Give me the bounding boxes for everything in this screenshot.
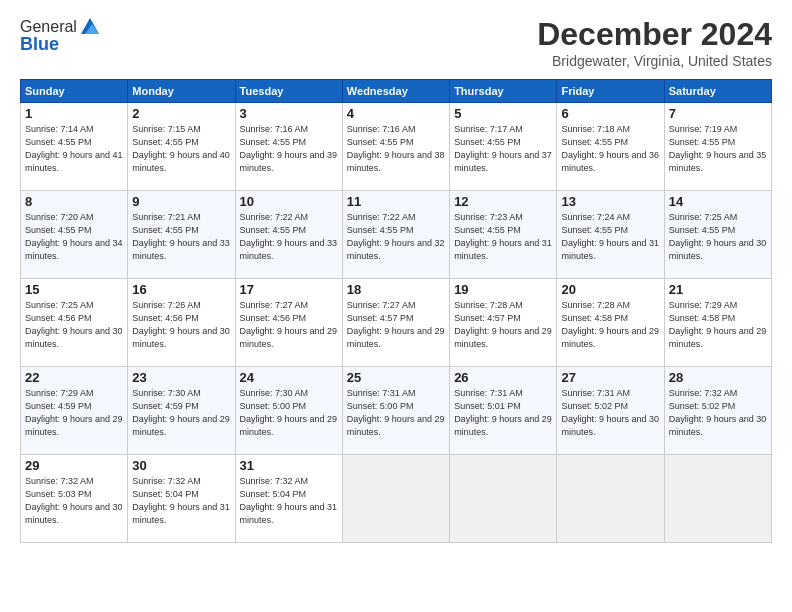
day-number: 2 [132,106,230,121]
table-row: 25Sunrise: 7:31 AM Sunset: 5:00 PM Dayli… [342,367,449,455]
col-saturday: Saturday [664,80,771,103]
day-number: 18 [347,282,445,297]
day-number: 27 [561,370,659,385]
day-number: 15 [25,282,123,297]
day-number: 28 [669,370,767,385]
calendar-page: General Blue December 2024 Bridgewater, … [0,0,792,612]
col-monday: Monday [128,80,235,103]
calendar-header-row: Sunday Monday Tuesday Wednesday Thursday… [21,80,772,103]
table-row: 7Sunrise: 7:19 AM Sunset: 4:55 PM Daylig… [664,103,771,191]
day-number: 29 [25,458,123,473]
table-row: 6Sunrise: 7:18 AM Sunset: 4:55 PM Daylig… [557,103,664,191]
day-number: 11 [347,194,445,209]
day-number: 6 [561,106,659,121]
table-row: 24Sunrise: 7:30 AM Sunset: 5:00 PM Dayli… [235,367,342,455]
day-info: Sunrise: 7:30 AM Sunset: 5:00 PM Dayligh… [240,387,338,439]
day-number: 10 [240,194,338,209]
day-info: Sunrise: 7:25 AM Sunset: 4:55 PM Dayligh… [669,211,767,263]
day-info: Sunrise: 7:16 AM Sunset: 4:55 PM Dayligh… [240,123,338,175]
day-info: Sunrise: 7:32 AM Sunset: 5:04 PM Dayligh… [132,475,230,527]
day-info: Sunrise: 7:26 AM Sunset: 4:56 PM Dayligh… [132,299,230,351]
day-info: Sunrise: 7:29 AM Sunset: 4:59 PM Dayligh… [25,387,123,439]
day-info: Sunrise: 7:27 AM Sunset: 4:56 PM Dayligh… [240,299,338,351]
table-row: 15Sunrise: 7:25 AM Sunset: 4:56 PM Dayli… [21,279,128,367]
day-number: 13 [561,194,659,209]
day-info: Sunrise: 7:28 AM Sunset: 4:57 PM Dayligh… [454,299,552,351]
day-info: Sunrise: 7:31 AM Sunset: 5:00 PM Dayligh… [347,387,445,439]
table-row: 30Sunrise: 7:32 AM Sunset: 5:04 PM Dayli… [128,455,235,543]
day-number: 22 [25,370,123,385]
table-row: 20Sunrise: 7:28 AM Sunset: 4:58 PM Dayli… [557,279,664,367]
day-info: Sunrise: 7:19 AM Sunset: 4:55 PM Dayligh… [669,123,767,175]
calendar-table: Sunday Monday Tuesday Wednesday Thursday… [20,79,772,543]
col-sunday: Sunday [21,80,128,103]
day-info: Sunrise: 7:22 AM Sunset: 4:55 PM Dayligh… [347,211,445,263]
day-info: Sunrise: 7:21 AM Sunset: 4:55 PM Dayligh… [132,211,230,263]
day-info: Sunrise: 7:17 AM Sunset: 4:55 PM Dayligh… [454,123,552,175]
table-row [664,455,771,543]
table-row: 11Sunrise: 7:22 AM Sunset: 4:55 PM Dayli… [342,191,449,279]
table-row: 19Sunrise: 7:28 AM Sunset: 4:57 PM Dayli… [450,279,557,367]
day-info: Sunrise: 7:31 AM Sunset: 5:02 PM Dayligh… [561,387,659,439]
day-info: Sunrise: 7:16 AM Sunset: 4:55 PM Dayligh… [347,123,445,175]
calendar-row: 22Sunrise: 7:29 AM Sunset: 4:59 PM Dayli… [21,367,772,455]
day-info: Sunrise: 7:18 AM Sunset: 4:55 PM Dayligh… [561,123,659,175]
day-number: 5 [454,106,552,121]
col-friday: Friday [557,80,664,103]
day-info: Sunrise: 7:20 AM Sunset: 4:55 PM Dayligh… [25,211,123,263]
table-row: 17Sunrise: 7:27 AM Sunset: 4:56 PM Dayli… [235,279,342,367]
day-info: Sunrise: 7:25 AM Sunset: 4:56 PM Dayligh… [25,299,123,351]
table-row: 13Sunrise: 7:24 AM Sunset: 4:55 PM Dayli… [557,191,664,279]
table-row: 22Sunrise: 7:29 AM Sunset: 4:59 PM Dayli… [21,367,128,455]
page-header: General Blue December 2024 Bridgewater, … [20,16,772,69]
table-row: 4Sunrise: 7:16 AM Sunset: 4:55 PM Daylig… [342,103,449,191]
table-row: 14Sunrise: 7:25 AM Sunset: 4:55 PM Dayli… [664,191,771,279]
day-info: Sunrise: 7:23 AM Sunset: 4:55 PM Dayligh… [454,211,552,263]
table-row: 28Sunrise: 7:32 AM Sunset: 5:02 PM Dayli… [664,367,771,455]
day-number: 1 [25,106,123,121]
table-row: 23Sunrise: 7:30 AM Sunset: 4:59 PM Dayli… [128,367,235,455]
day-number: 4 [347,106,445,121]
col-tuesday: Tuesday [235,80,342,103]
day-info: Sunrise: 7:32 AM Sunset: 5:04 PM Dayligh… [240,475,338,527]
day-number: 19 [454,282,552,297]
day-number: 31 [240,458,338,473]
col-wednesday: Wednesday [342,80,449,103]
calendar-row: 1Sunrise: 7:14 AM Sunset: 4:55 PM Daylig… [21,103,772,191]
table-row [450,455,557,543]
day-number: 30 [132,458,230,473]
day-number: 26 [454,370,552,385]
table-row: 9Sunrise: 7:21 AM Sunset: 4:55 PM Daylig… [128,191,235,279]
table-row: 18Sunrise: 7:27 AM Sunset: 4:57 PM Dayli… [342,279,449,367]
table-row: 12Sunrise: 7:23 AM Sunset: 4:55 PM Dayli… [450,191,557,279]
calendar-row: 29Sunrise: 7:32 AM Sunset: 5:03 PM Dayli… [21,455,772,543]
table-row: 5Sunrise: 7:17 AM Sunset: 4:55 PM Daylig… [450,103,557,191]
table-row: 31Sunrise: 7:32 AM Sunset: 5:04 PM Dayli… [235,455,342,543]
day-number: 14 [669,194,767,209]
table-row: 29Sunrise: 7:32 AM Sunset: 5:03 PM Dayli… [21,455,128,543]
table-row: 27Sunrise: 7:31 AM Sunset: 5:02 PM Dayli… [557,367,664,455]
day-info: Sunrise: 7:31 AM Sunset: 5:01 PM Dayligh… [454,387,552,439]
logo-icon [79,16,101,38]
day-info: Sunrise: 7:28 AM Sunset: 4:58 PM Dayligh… [561,299,659,351]
month-title: December 2024 [537,16,772,53]
calendar-row: 15Sunrise: 7:25 AM Sunset: 4:56 PM Dayli… [21,279,772,367]
day-number: 12 [454,194,552,209]
table-row: 16Sunrise: 7:26 AM Sunset: 4:56 PM Dayli… [128,279,235,367]
col-thursday: Thursday [450,80,557,103]
location-title: Bridgewater, Virginia, United States [537,53,772,69]
day-number: 23 [132,370,230,385]
day-info: Sunrise: 7:32 AM Sunset: 5:02 PM Dayligh… [669,387,767,439]
day-number: 8 [25,194,123,209]
table-row: 3Sunrise: 7:16 AM Sunset: 4:55 PM Daylig… [235,103,342,191]
day-number: 9 [132,194,230,209]
day-number: 21 [669,282,767,297]
day-number: 7 [669,106,767,121]
day-info: Sunrise: 7:32 AM Sunset: 5:03 PM Dayligh… [25,475,123,527]
title-block: December 2024 Bridgewater, Virginia, Uni… [537,16,772,69]
table-row: 1Sunrise: 7:14 AM Sunset: 4:55 PM Daylig… [21,103,128,191]
day-number: 25 [347,370,445,385]
day-info: Sunrise: 7:22 AM Sunset: 4:55 PM Dayligh… [240,211,338,263]
day-number: 16 [132,282,230,297]
table-row: 26Sunrise: 7:31 AM Sunset: 5:01 PM Dayli… [450,367,557,455]
